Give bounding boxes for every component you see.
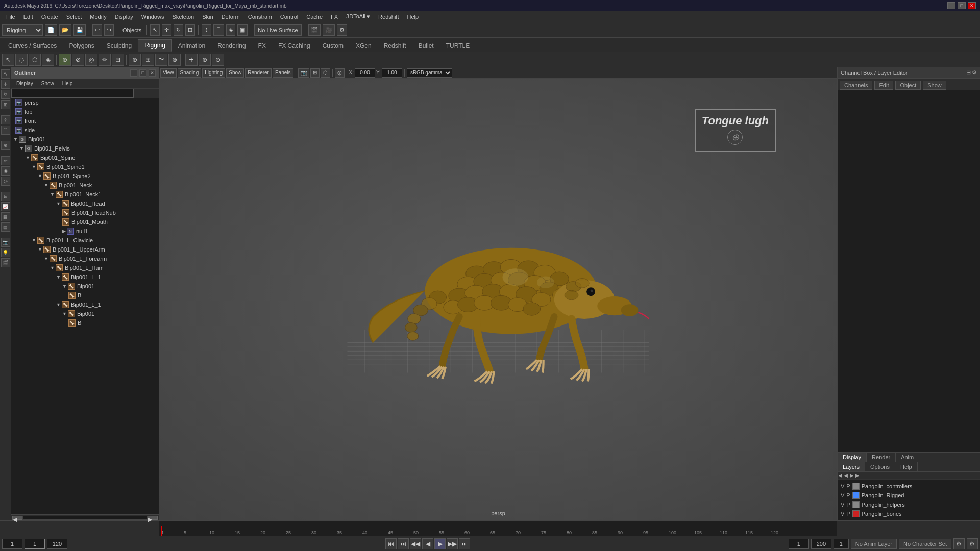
subtab-layers[interactable]: Layers [838,462,865,471]
tree-item-null1[interactable]: ▶ N null1 [11,227,159,236]
orient-joint[interactable]: ⊙ [212,54,224,66]
layer-nav-btn[interactable]: ◀ [844,473,848,478]
start-frame-input[interactable] [2,539,22,549]
menu-3dtoall[interactable]: 3DToAll ▾ [342,12,374,21]
snap-icon[interactable]: ⊹ [1,115,10,124]
ik-handle-tool[interactable]: ⊘ [72,54,84,66]
menu-select[interactable]: Select [62,13,86,21]
tree-item-spine1[interactable]: ▼ 🦴 Bip001_Spine1 [11,162,159,171]
mode-select[interactable]: Rigging Animation Modeling [2,24,43,36]
skin-tool[interactable]: ◎ [85,54,97,66]
rotate-icon[interactable]: ↻ [1,90,10,99]
menu-skeleton[interactable]: Skeleton [168,13,198,21]
tree-item-lclavicle[interactable]: ▼ 🦴 Bip001_L_Clavicle [11,236,159,245]
tree-item-lfinger1a[interactable]: ▼ 🦴 Bip001 [11,282,159,291]
layer-p-controllers[interactable]: P [846,483,850,489]
select-mode-icon[interactable]: ↖ [1,69,10,79]
vp-show-menu[interactable]: Show [226,68,244,78]
tab-object[interactable]: Object [895,81,921,90]
tab-rendering[interactable]: Rendering [211,40,252,52]
magnet-icon[interactable]: ⌒ [1,126,10,135]
maximize-button[interactable]: □ [958,2,966,9]
tab-display[interactable]: Display [838,453,867,462]
anim-layer-settings[interactable]: ⚙ [953,538,965,549]
end-frame-display[interactable] [47,539,67,549]
tree-item-persp[interactable]: 📷 persp [11,98,159,107]
layer-row-rigged[interactable]: V P Pangolin_Rigged [840,491,978,500]
subtab-help[interactable]: Help [895,462,918,471]
menu-file[interactable]: File [2,13,19,21]
layer-p-rigged[interactable]: P [846,492,850,498]
vp-lighting-menu[interactable]: Lighting [202,68,225,78]
sculpt-icon[interactable]: ◎ [1,177,10,186]
menu-help[interactable]: Help [403,13,423,21]
trax-icon[interactable]: ▤ [1,222,10,232]
tree-item-neck[interactable]: ▼ 🦴 Bip001_Neck [11,181,159,190]
vp-snap-camera[interactable]: ◎ [335,68,345,78]
tree-item-lfinger2b[interactable]: 🦴 Bi [11,318,159,328]
cb-expand-icon[interactable]: ⊟ [966,69,971,76]
rotate-tool-btn[interactable]: ↻ [174,24,183,36]
camera-icon[interactable]: 📷 [1,238,10,247]
cb-gear-icon[interactable]: ⚙ [972,69,977,76]
save-scene-btn[interactable]: 💾 [74,24,86,36]
graph-icon[interactable]: 📈 [1,202,10,211]
tab-sculpting[interactable]: Sculpting [101,40,138,52]
layer-nav2-btn[interactable]: ▶ [850,473,853,478]
tab-turtle[interactable]: TURTLE [440,40,476,52]
timeline-ruler[interactable]: 1 5 10 15 20 25 30 35 40 45 50 55 60 65 … [159,521,837,536]
layer-add-btn[interactable]: ◀ [839,473,842,478]
deformer-tool[interactable]: ⊞ [142,54,154,66]
snap-grid-btn[interactable]: ⊹ [202,24,211,36]
tab-bullet[interactable]: Bullet [412,40,440,52]
tab-fxcaching[interactable]: FX Caching [272,40,316,52]
menu-windows[interactable]: Windows [137,13,168,21]
current-frame-input[interactable] [24,539,45,549]
tree-item-head[interactable]: ▼ 🦴 Bip001_Head [11,199,159,208]
layer-v-helpers[interactable]: V [841,502,844,508]
go-start-btn[interactable]: ⏮ [385,538,397,549]
tree-item-side[interactable]: 📷 side [11,126,159,135]
minimize-button[interactable]: ─ [947,2,955,9]
render-view-icon[interactable]: 🎬 [1,258,10,267]
tab-render[interactable]: Render [867,453,896,462]
scale-icon[interactable]: ⊞ [1,100,10,109]
tree-item-neck1[interactable]: ▼ 🦴 Bip001_Neck1 [11,190,159,199]
scroll-left-btn[interactable]: ◀ [12,516,22,520]
outliner-minimize[interactable]: ─ [130,69,137,77]
layer-row-bones[interactable]: V P Pangolin_bones [840,509,978,518]
tab-fx[interactable]: FX [252,40,272,52]
tree-item-lfinger1[interactable]: ▼ 🦴 Bip001_L_1 [11,272,159,282]
crease-icon[interactable]: ⊟ [1,192,10,201]
render-btn[interactable]: 🎬 [308,24,321,36]
move-icon[interactable]: ✛ [1,80,10,89]
tab-edit[interactable]: Edit [874,81,893,90]
go-end-btn[interactable]: ⏭ [459,538,470,549]
tree-item-spine[interactable]: ▼ 🦴 Bip001_Spine [11,153,159,162]
cluster-tool[interactable]: ⊛ [168,54,181,66]
menu-constrain[interactable]: Constrain [244,13,276,21]
scroll-right-btn[interactable]: ▶ [148,516,158,520]
lasso-tool[interactable]: ◌ [15,54,28,66]
tab-rigging[interactable]: Rigging [138,39,172,52]
tree-item-spine2[interactable]: ▼ 🦴 Bip001_Spine2 [11,171,159,181]
paint-icon[interactable]: ✏ [1,156,10,165]
new-scene-btn[interactable]: 📄 [45,24,57,36]
tree-item-lforearm[interactable]: ▼ 🦴 Bip001_L_Forearm [11,254,159,263]
tree-item-mouth[interactable]: 🦴 Bip001_Mouth [11,217,159,227]
layer-v-rigged[interactable]: V [841,492,844,498]
tab-redshift[interactable]: Redshift [378,40,412,52]
step-back-btn[interactable]: ⏭ [398,538,409,549]
outliner-search-input[interactable] [11,89,134,98]
vp-shading-menu[interactable]: Shading [178,68,202,78]
layer-v-controllers[interactable]: V [841,483,844,489]
tab-polygons[interactable]: Polygons [63,40,100,52]
character-set-settings[interactable]: ⚙ [967,538,978,549]
control-rig-tool[interactable]: ⊕ [129,54,141,66]
plus-sign[interactable]: + [185,54,198,66]
tab-show[interactable]: Show [923,81,946,90]
outliner-menu-show[interactable]: Show [38,81,57,86]
next-key-btn[interactable]: ▶▶ [447,538,458,549]
tree-item-headnub[interactable]: 🦴 Bip001_HeadNub [11,208,159,217]
tab-xgen[interactable]: XGen [350,40,378,52]
